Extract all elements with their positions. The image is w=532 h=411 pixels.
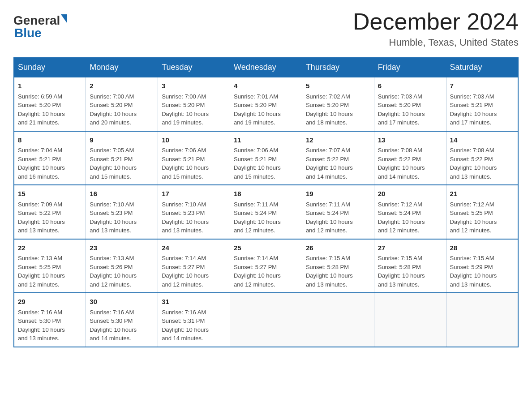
calendar-cell: 29Sunrise: 7:16 AM Sunset: 5:30 PM Dayli… <box>14 293 86 347</box>
day-info: Sunrise: 7:10 AM Sunset: 5:23 PM Dayligh… <box>162 200 226 235</box>
day-number: 19 <box>306 189 370 199</box>
day-info: Sunrise: 7:03 AM Sunset: 5:20 PM Dayligh… <box>378 92 442 127</box>
calendar-cell: 7Sunrise: 7:03 AM Sunset: 5:21 PM Daylig… <box>446 77 518 131</box>
calendar-cell: 9Sunrise: 7:05 AM Sunset: 5:21 PM Daylig… <box>86 131 158 185</box>
day-number: 11 <box>234 135 298 146</box>
day-number: 29 <box>18 297 82 307</box>
day-info: Sunrise: 7:15 AM Sunset: 5:28 PM Dayligh… <box>306 254 370 289</box>
calendar-cell: 20Sunrise: 7:12 AM Sunset: 5:24 PM Dayli… <box>374 185 446 239</box>
calendar-cell <box>230 293 302 347</box>
day-info: Sunrise: 7:00 AM Sunset: 5:20 PM Dayligh… <box>90 92 154 127</box>
calendar-week-2: 8Sunrise: 7:04 AM Sunset: 5:21 PM Daylig… <box>14 131 518 185</box>
calendar-cell: 21Sunrise: 7:12 AM Sunset: 5:25 PM Dayli… <box>446 185 518 239</box>
calendar-cell: 14Sunrise: 7:08 AM Sunset: 5:22 PM Dayli… <box>446 131 518 185</box>
day-info: Sunrise: 7:04 AM Sunset: 5:21 PM Dayligh… <box>18 146 82 181</box>
calendar-header-tuesday: Tuesday <box>158 58 230 77</box>
day-info: Sunrise: 7:00 AM Sunset: 5:20 PM Dayligh… <box>162 92 226 127</box>
day-info: Sunrise: 7:06 AM Sunset: 5:21 PM Dayligh… <box>234 146 298 181</box>
day-number: 18 <box>234 189 298 199</box>
calendar-cell <box>446 293 518 347</box>
calendar-week-4: 22Sunrise: 7:13 AM Sunset: 5:25 PM Dayli… <box>14 239 518 293</box>
calendar-header-monday: Monday <box>86 58 158 77</box>
day-number: 9 <box>90 135 154 146</box>
calendar-week-5: 29Sunrise: 7:16 AM Sunset: 5:30 PM Dayli… <box>14 293 518 347</box>
day-number: 2 <box>90 81 154 91</box>
calendar-cell: 1Sunrise: 6:59 AM Sunset: 5:20 PM Daylig… <box>14 77 86 131</box>
day-info: Sunrise: 7:13 AM Sunset: 5:25 PM Dayligh… <box>18 254 82 289</box>
day-info: Sunrise: 6:59 AM Sunset: 5:20 PM Dayligh… <box>18 92 82 127</box>
calendar-table: SundayMondayTuesdayWednesdayThursdayFrid… <box>13 57 519 347</box>
day-info: Sunrise: 7:02 AM Sunset: 5:20 PM Dayligh… <box>306 92 370 127</box>
calendar-cell: 13Sunrise: 7:08 AM Sunset: 5:22 PM Dayli… <box>374 131 446 185</box>
day-number: 1 <box>18 81 82 91</box>
calendar-cell: 22Sunrise: 7:13 AM Sunset: 5:25 PM Dayli… <box>14 239 86 293</box>
calendar-cell: 8Sunrise: 7:04 AM Sunset: 5:21 PM Daylig… <box>14 131 86 185</box>
day-number: 28 <box>450 243 514 253</box>
title-section: December 2024 Humble, Texas, United Stat… <box>353 9 519 48</box>
calendar-cell <box>374 293 446 347</box>
day-number: 17 <box>162 189 226 199</box>
calendar-cell: 15Sunrise: 7:09 AM Sunset: 5:22 PM Dayli… <box>14 185 86 239</box>
day-number: 20 <box>378 189 442 199</box>
day-info: Sunrise: 7:12 AM Sunset: 5:25 PM Dayligh… <box>450 200 514 235</box>
day-info: Sunrise: 7:09 AM Sunset: 5:22 PM Dayligh… <box>18 200 82 235</box>
day-number: 31 <box>162 297 226 307</box>
calendar-cell: 28Sunrise: 7:15 AM Sunset: 5:29 PM Dayli… <box>446 239 518 293</box>
day-info: Sunrise: 7:14 AM Sunset: 5:27 PM Dayligh… <box>162 254 226 289</box>
calendar-header-row: SundayMondayTuesdayWednesdayThursdayFrid… <box>14 58 518 77</box>
calendar-cell: 11Sunrise: 7:06 AM Sunset: 5:21 PM Dayli… <box>230 131 302 185</box>
day-number: 8 <box>18 135 82 146</box>
day-info: Sunrise: 7:13 AM Sunset: 5:26 PM Dayligh… <box>90 254 154 289</box>
calendar-cell: 18Sunrise: 7:11 AM Sunset: 5:24 PM Dayli… <box>230 185 302 239</box>
day-info: Sunrise: 7:06 AM Sunset: 5:21 PM Dayligh… <box>162 146 226 181</box>
day-number: 22 <box>18 243 82 253</box>
day-number: 23 <box>90 243 154 253</box>
day-number: 24 <box>162 243 226 253</box>
day-number: 3 <box>162 81 226 91</box>
logo: General Blue <box>13 13 67 40</box>
day-number: 30 <box>90 297 154 307</box>
day-number: 16 <box>90 189 154 199</box>
calendar-header-thursday: Thursday <box>302 58 374 77</box>
calendar-cell <box>302 293 374 347</box>
day-number: 12 <box>306 135 370 146</box>
day-number: 14 <box>450 135 514 146</box>
calendar-cell: 3Sunrise: 7:00 AM Sunset: 5:20 PM Daylig… <box>158 77 230 131</box>
location-text: Humble, Texas, United States <box>353 37 519 48</box>
day-info: Sunrise: 7:15 AM Sunset: 5:28 PM Dayligh… <box>378 254 442 289</box>
calendar-cell: 25Sunrise: 7:14 AM Sunset: 5:27 PM Dayli… <box>230 239 302 293</box>
page-header: General Blue December 2024 Humble, Texas… <box>13 9 519 48</box>
calendar-cell: 27Sunrise: 7:15 AM Sunset: 5:28 PM Dayli… <box>374 239 446 293</box>
calendar-header-sunday: Sunday <box>14 58 86 77</box>
day-number: 21 <box>450 189 514 199</box>
day-number: 4 <box>234 81 298 91</box>
calendar-cell: 23Sunrise: 7:13 AM Sunset: 5:26 PM Dayli… <box>86 239 158 293</box>
day-number: 15 <box>18 189 82 199</box>
day-info: Sunrise: 7:08 AM Sunset: 5:22 PM Dayligh… <box>378 146 442 181</box>
calendar-cell: 16Sunrise: 7:10 AM Sunset: 5:23 PM Dayli… <box>86 185 158 239</box>
calendar-cell: 19Sunrise: 7:11 AM Sunset: 5:24 PM Dayli… <box>302 185 374 239</box>
calendar-cell: 2Sunrise: 7:00 AM Sunset: 5:20 PM Daylig… <box>86 77 158 131</box>
calendar-cell: 26Sunrise: 7:15 AM Sunset: 5:28 PM Dayli… <box>302 239 374 293</box>
day-number: 13 <box>378 135 442 146</box>
day-info: Sunrise: 7:01 AM Sunset: 5:20 PM Dayligh… <box>234 92 298 127</box>
day-info: Sunrise: 7:11 AM Sunset: 5:24 PM Dayligh… <box>306 200 370 235</box>
calendar-week-1: 1Sunrise: 6:59 AM Sunset: 5:20 PM Daylig… <box>14 77 518 131</box>
calendar-cell: 31Sunrise: 7:16 AM Sunset: 5:31 PM Dayli… <box>158 293 230 347</box>
day-info: Sunrise: 7:10 AM Sunset: 5:23 PM Dayligh… <box>90 200 154 235</box>
day-number: 6 <box>378 81 442 91</box>
day-number: 7 <box>450 81 514 91</box>
logo-blue-text: Blue <box>14 26 67 40</box>
calendar-header-friday: Friday <box>374 58 446 77</box>
day-info: Sunrise: 7:08 AM Sunset: 5:22 PM Dayligh… <box>450 146 514 181</box>
calendar-cell: 12Sunrise: 7:07 AM Sunset: 5:22 PM Dayli… <box>302 131 374 185</box>
calendar-header-saturday: Saturday <box>446 58 518 77</box>
day-info: Sunrise: 7:15 AM Sunset: 5:29 PM Dayligh… <box>450 254 514 289</box>
calendar-cell: 10Sunrise: 7:06 AM Sunset: 5:21 PM Dayli… <box>158 131 230 185</box>
day-info: Sunrise: 7:16 AM Sunset: 5:31 PM Dayligh… <box>162 308 226 343</box>
day-number: 27 <box>378 243 442 253</box>
day-info: Sunrise: 7:14 AM Sunset: 5:27 PM Dayligh… <box>234 254 298 289</box>
day-number: 5 <box>306 81 370 91</box>
day-number: 25 <box>234 243 298 253</box>
day-info: Sunrise: 7:03 AM Sunset: 5:21 PM Dayligh… <box>450 92 514 127</box>
